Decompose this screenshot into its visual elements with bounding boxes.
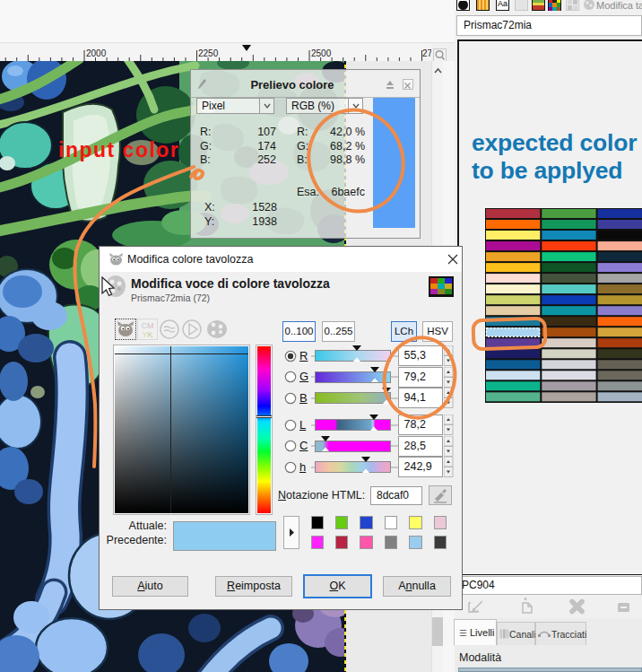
svg-text:2000: 2000 <box>86 48 107 58</box>
svg-text:27: 27 <box>422 48 431 58</box>
svg-text:2500: 2500 <box>311 48 332 58</box>
svg-text:2250: 2250 <box>198 48 219 58</box>
